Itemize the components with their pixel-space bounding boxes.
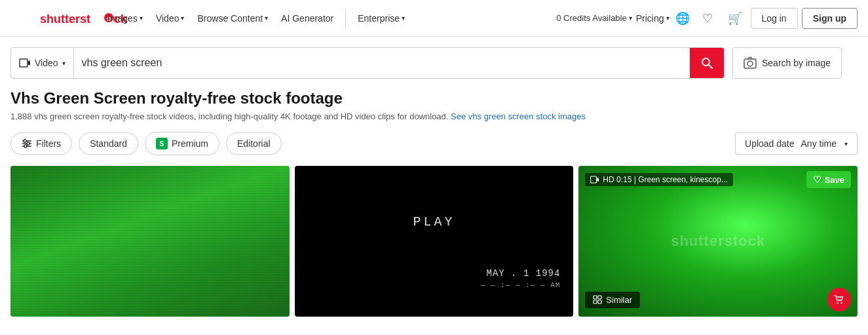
svg-line-7 [709, 65, 712, 68]
cart-add-icon [834, 294, 844, 305]
search-section: Video ▾ Search by image [0, 37, 868, 79]
credits-label: 0 Credits Available [556, 13, 626, 23]
thumbnails-grid: PLAY MAY . 1 1994 — — :— — :— — AM shutt… [10, 166, 858, 317]
nav-browse-label: Browse Content [197, 13, 263, 24]
premium-label: Premium [172, 138, 208, 149]
nav-credits[interactable]: 0 Credits Available ▾ [556, 13, 632, 23]
date-chevron: ▾ [844, 140, 848, 148]
thumbnail-3[interactable]: shutterstock HD 0:15 | Green screen, kin… [578, 166, 858, 317]
nav-divider [345, 9, 346, 28]
any-time-label: Any time [801, 138, 837, 149]
nav-pricing[interactable]: Pricing ▾ [636, 13, 670, 24]
nav-images-label: Images [107, 13, 138, 24]
images-chevron: ▾ [140, 14, 143, 22]
video-chevron: ▾ [181, 14, 184, 22]
nav-images[interactable]: Images ▾ [102, 9, 148, 28]
svg-rect-18 [594, 296, 597, 299]
premium-button[interactable]: S Premium [145, 132, 219, 155]
vhs-timecode: — — :— — :— — AM [481, 281, 561, 290]
search-box: Video ▾ [10, 47, 725, 79]
type-chevron: ▾ [62, 60, 66, 67]
svg-point-14 [27, 142, 29, 145]
login-button[interactable]: Log in [751, 8, 798, 29]
upload-date-selector[interactable]: Upload date Any time ▾ [735, 132, 858, 155]
search-icon [700, 56, 713, 69]
svg-point-23 [840, 302, 842, 304]
camera-icon [744, 56, 757, 69]
heart-icon: ♡ [813, 174, 821, 185]
search-by-image-label: Search by image [762, 58, 831, 68]
badge-text: HD 0:15 | Green screen, kinescop... [603, 175, 728, 184]
svg-rect-16 [591, 176, 597, 183]
content-area: Vhs Green Screen royalty-free stock foot… [0, 79, 868, 317]
upload-date-label: Upload date [745, 138, 795, 149]
svg-text:shutterst: shutterst [40, 12, 90, 26]
filters-icon [22, 138, 32, 149]
thumb-3-bottom-overlay: Similar [578, 283, 858, 317]
filters-label: Filters [36, 138, 61, 149]
search-input[interactable] [74, 57, 690, 69]
similar-button[interactable]: Similar [585, 292, 640, 308]
subtitle-link[interactable]: See vhs green screen stock images [451, 111, 586, 121]
nav-ai[interactable]: AI Generator [276, 9, 339, 28]
hd-badge: HD 0:15 | Green screen, kinescop... [585, 173, 733, 186]
svg-rect-4 [20, 59, 28, 67]
nav-right: 0 Credits Available ▾ Pricing ▾ 🌐 ♡ 🛒 Lo… [556, 7, 858, 30]
search-type-selector[interactable]: Video ▾ [11, 48, 74, 78]
filters-bar: Filters Standard S Premium Editorial Upl… [10, 132, 858, 155]
nav-enterprise-label: Enterprise [358, 13, 400, 24]
logo[interactable]: shutterst o ck [10, 11, 89, 26]
nav-enterprise[interactable]: Enterprise ▾ [352, 9, 410, 28]
nav-ai-label: AI Generator [281, 13, 333, 24]
svg-rect-20 [594, 300, 597, 304]
filters-button[interactable]: Filters [10, 132, 72, 155]
browse-chevron: ▾ [265, 14, 268, 22]
search-type-label: Video [35, 58, 58, 68]
pricing-chevron: ▾ [666, 14, 670, 22]
video-badge-icon [590, 175, 599, 184]
similar-icon [593, 295, 602, 304]
similar-label: Similar [606, 295, 632, 305]
thumb-3-top-overlay: HD 0:15 | Green screen, kinescop... ♡ Sa… [578, 166, 858, 193]
signup-button[interactable]: Sign up [802, 8, 858, 29]
page-subtitle: 1,888 vhs green screen royalty-free stoc… [10, 111, 858, 121]
svg-point-13 [24, 140, 26, 142]
nav-links: Images ▾ Video ▾ Browse Content ▾ AI Gen… [102, 9, 410, 28]
video-type-icon [19, 57, 31, 69]
editorial-button[interactable]: Editorial [226, 132, 282, 155]
vhs-date-text: MAY . 1 1994 [481, 267, 561, 281]
svg-rect-19 [598, 296, 601, 299]
add-to-cart-button[interactable] [827, 288, 851, 311]
premium-s-badge: S [156, 138, 168, 149]
credits-chevron: ▾ [629, 14, 632, 22]
vhs-date: MAY . 1 1994 — — :— — :— — AM [481, 267, 561, 290]
svg-point-15 [24, 145, 27, 148]
search-button[interactable] [690, 48, 724, 78]
enterprise-chevron: ▾ [402, 14, 405, 22]
filter-right: Upload date Any time ▾ [735, 132, 858, 155]
thumbnail-1[interactable] [10, 166, 290, 317]
pricing-label: Pricing [636, 13, 664, 24]
svg-point-9 [747, 61, 753, 66]
search-by-image-button[interactable]: Search by image [732, 47, 842, 79]
navbar: shutterst o ck Images ▾ Video ▾ Browse C… [0, 0, 868, 37]
nav-video-label: Video [156, 13, 179, 24]
globe-icon[interactable]: 🌐 [673, 9, 692, 28]
svg-rect-8 [744, 59, 756, 68]
svg-point-22 [837, 302, 838, 304]
subtitle-text: 1,888 vhs green screen royalty-free stoc… [10, 111, 448, 121]
save-button[interactable]: ♡ Save [806, 171, 851, 188]
vhs-play-text: PLAY [413, 214, 455, 229]
thumb-1-image [10, 166, 290, 317]
thumbnail-2[interactable]: PLAY MAY . 1 1994 — — :— — :— — AM [295, 166, 574, 317]
cart-icon[interactable]: 🛒 [723, 7, 747, 30]
page-title: Vhs Green Screen royalty-free stock foot… [10, 89, 858, 108]
favorites-icon[interactable]: ♡ [696, 7, 719, 30]
svg-rect-21 [598, 300, 601, 304]
standard-button[interactable]: Standard [79, 132, 138, 155]
nav-video[interactable]: Video ▾ [151, 9, 190, 28]
save-label: Save [825, 175, 844, 185]
thumb-2-image: PLAY MAY . 1 1994 — — :— — :— — AM [295, 166, 574, 317]
nav-browse[interactable]: Browse Content ▾ [192, 9, 273, 28]
